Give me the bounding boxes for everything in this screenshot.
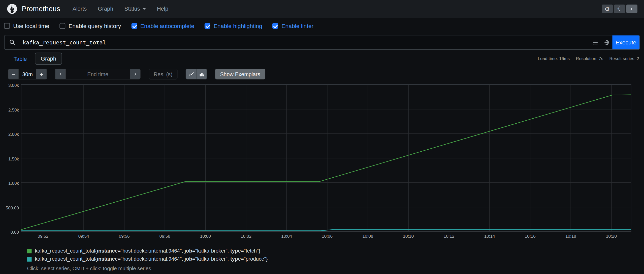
gear-icon: ⚙ (605, 6, 610, 12)
duration-input[interactable] (18, 69, 37, 79)
x-axis-label: 09:56 (119, 234, 130, 239)
increase-duration-button[interactable]: + (37, 69, 46, 79)
x-axis-label: 10:14 (484, 234, 495, 239)
dark-theme-button[interactable]: ☾ (614, 5, 625, 13)
x-axis-label: 10:20 (606, 234, 617, 239)
options-row: Use local time Enable query history Enab… (0, 18, 644, 33)
tabs-row: Table Graph Load time: 16ms Resolution: … (0, 50, 644, 65)
legend-item-fetch[interactable]: kafka_request_count_total{instance="host… (27, 248, 644, 254)
back-time-button[interactable] (55, 69, 65, 79)
stat-resolution: Resolution: 7s (576, 56, 603, 61)
theme-contrast-button[interactable]: ◐ (626, 5, 637, 13)
end-time-group (55, 69, 140, 79)
nav-help-label: Help (157, 6, 168, 12)
checkbox-label: Use local time (13, 23, 49, 29)
legend: kafka_request_count_total{instance="host… (27, 248, 644, 271)
moon-icon: ☾ (617, 6, 622, 11)
legend-hint: Click: select series, CMD + click: toggl… (27, 266, 644, 271)
x-axis-label: 10:06 (322, 234, 333, 239)
checkbox-label: Enable autocomplete (140, 23, 194, 29)
y-axis-label: 1.00k (8, 181, 19, 186)
nav-status-label: Status (124, 6, 140, 12)
legend-swatch (27, 257, 32, 261)
query-row: Execute (0, 33, 644, 50)
checkbox-label: Enable highlighting (214, 23, 262, 29)
forward-time-button[interactable] (130, 69, 140, 79)
enable-highlighting-checkbox[interactable]: Enable highlighting (205, 23, 262, 29)
legend-swatch (27, 249, 32, 253)
y-axis-label: 3.00k (8, 83, 19, 88)
nav-graph-label: Graph (98, 6, 113, 12)
legend-text: kafka_request_count_total{instance="host… (35, 248, 261, 254)
end-time-input[interactable] (65, 69, 130, 79)
chart-canvas (21, 85, 631, 232)
series-line-0 (21, 95, 631, 230)
metrics-explorer-icon[interactable] (589, 35, 601, 49)
checkbox-box (131, 23, 137, 29)
y-axis-label: 500.00 (6, 205, 19, 210)
nav-graph[interactable]: Graph (98, 6, 113, 12)
query-stats: Load time: 16ms Resolution: 7s Result se… (538, 53, 639, 61)
x-axis: 09:5209:5409:5609:5810:0010:0210:0410:06… (21, 232, 631, 239)
checkbox-box (59, 23, 65, 29)
caret-down-icon (143, 8, 146, 10)
chevron-right-icon (133, 72, 137, 76)
legend-text: kafka_request_count_total{instance="host… (35, 256, 268, 262)
prometheus-logo-icon (7, 3, 18, 14)
x-axis-label: 09:58 (159, 234, 170, 239)
enable-linter-checkbox[interactable]: Enable linter (272, 23, 313, 29)
navbar: Prometheus Alerts Graph Status Help ⚙ ☾ … (0, 0, 644, 18)
enable-query-history-checkbox[interactable]: Enable query history (59, 23, 121, 29)
x-axis-label: 10:10 (403, 234, 414, 239)
checkbox-label: Enable query history (69, 23, 121, 29)
x-axis-label: 09:52 (38, 234, 49, 239)
expression-input-group: Execute (4, 35, 640, 50)
line-chart-button[interactable] (186, 69, 196, 79)
x-axis-label: 10:08 (362, 234, 373, 239)
nav-alerts[interactable]: Alerts (73, 6, 87, 12)
line-chart-icon (188, 71, 194, 77)
y-axis-label: 0.00 (11, 230, 19, 235)
x-axis-label: 10:12 (444, 234, 455, 239)
minus-icon: − (12, 71, 15, 77)
chevron-left-icon (58, 72, 63, 76)
brand-link[interactable]: Prometheus (7, 3, 60, 14)
chart-type-group (186, 69, 207, 79)
x-axis-label: 10:04 (281, 234, 292, 239)
search-icon (5, 35, 20, 49)
x-axis-label: 10:02 (241, 234, 251, 239)
y-axis-label: 2.50k (8, 107, 19, 112)
tab-table[interactable]: Table (8, 53, 32, 65)
y-axis-label: 1.50k (8, 156, 19, 161)
show-exemplars-button[interactable]: Show Exemplars (215, 69, 265, 79)
stat-result-series: Result series: 2 (609, 56, 639, 61)
plot-area[interactable] (21, 84, 631, 232)
legend-item-produce[interactable]: kafka_request_count_total{instance="host… (27, 256, 644, 262)
checkbox-label: Enable linter (281, 23, 313, 29)
x-axis-label: 10:16 (525, 234, 536, 239)
stat-load-time: Load time: 16ms (538, 56, 570, 61)
nav-links: Alerts Graph Status Help (73, 6, 168, 12)
resolution-input[interactable] (149, 69, 177, 79)
app: Prometheus Alerts Graph Status Help ⚙ ☾ … (0, 0, 644, 274)
nav-help[interactable]: Help (157, 6, 168, 12)
y-axis: 0.00500.001.00k1.50k2.00k2.50k3.00k (4, 84, 21, 232)
expression-input[interactable] (20, 35, 589, 49)
brand-label: Prometheus (22, 5, 60, 13)
decrease-duration-button[interactable]: − (9, 69, 18, 79)
nav-alerts-label: Alerts (73, 6, 87, 12)
globe-icon[interactable] (601, 35, 613, 49)
use-local-time-checkbox[interactable]: Use local time (4, 23, 49, 29)
x-axis-label: 10:18 (565, 234, 576, 239)
enable-autocomplete-checkbox[interactable]: Enable autocomplete (131, 23, 194, 29)
graph-panel: 0.00500.001.00k1.50k2.00k2.50k3.00k 09:5… (4, 84, 644, 239)
tab-graph[interactable]: Graph (35, 53, 62, 65)
checkbox-box (4, 23, 10, 29)
stacked-chart-icon (199, 71, 205, 77)
nav-status-dropdown[interactable]: Status (124, 6, 146, 12)
stacked-chart-button[interactable] (196, 69, 207, 79)
execute-button[interactable]: Execute (612, 35, 639, 49)
plus-icon: + (40, 71, 43, 77)
settings-button[interactable]: ⚙ (602, 5, 613, 13)
contrast-icon: ◐ (630, 6, 633, 11)
